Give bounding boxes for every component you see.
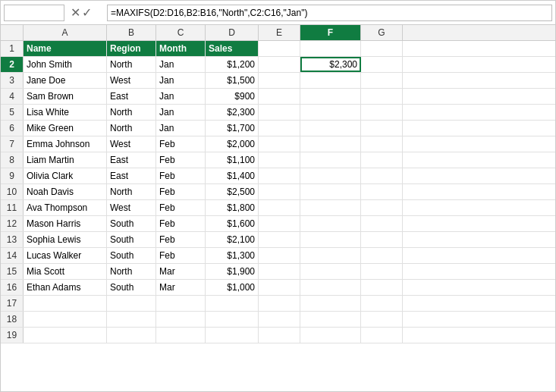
cell-d6[interactable]: $1,700 <box>206 121 259 136</box>
cell-b5[interactable]: North <box>107 105 156 120</box>
cell-b2[interactable]: North <box>107 57 156 72</box>
cell-f15[interactable] <box>300 264 361 279</box>
cell-f16[interactable] <box>300 280 361 295</box>
cell-g12[interactable] <box>361 216 403 231</box>
cell-d10[interactable]: $2,500 <box>206 184 259 199</box>
cell-e6[interactable] <box>259 121 300 136</box>
cell-f4[interactable] <box>300 89 361 104</box>
cell-a19[interactable] <box>24 328 107 343</box>
cell-a12[interactable]: Mason Harris <box>24 216 107 231</box>
cell-g15[interactable] <box>361 264 403 279</box>
cell-f2[interactable]: $2,300 <box>300 57 361 72</box>
cell-f14[interactable] <box>300 248 361 263</box>
cell-c10[interactable]: Feb <box>156 184 206 199</box>
cell-c7[interactable]: Feb <box>156 136 206 152</box>
cell-d18[interactable] <box>206 312 259 327</box>
cell-b18[interactable] <box>107 312 156 327</box>
cell-e19[interactable] <box>259 328 300 343</box>
cell-g10[interactable] <box>361 184 403 199</box>
cell-d8[interactable]: $1,100 <box>206 152 259 168</box>
cell-b6[interactable]: North <box>107 121 156 136</box>
cell-e13[interactable] <box>259 232 300 247</box>
cell-b11[interactable]: West <box>107 200 156 215</box>
cell-d4[interactable]: $900 <box>206 89 259 104</box>
cell-g14[interactable] <box>361 248 403 263</box>
cell-a5[interactable]: Lisa White <box>24 105 107 120</box>
cell-b7[interactable]: West <box>107 136 156 152</box>
col-header-d[interactable]: D <box>206 25 259 40</box>
cell-e4[interactable] <box>259 89 300 104</box>
cell-e8[interactable] <box>259 152 300 168</box>
cell-a2[interactable]: John Smith <box>24 57 107 72</box>
cell-g7[interactable] <box>361 136 403 152</box>
cell-g17[interactable] <box>361 296 403 311</box>
cell-b10[interactable]: North <box>107 184 156 199</box>
cell-c8[interactable]: Feb <box>156 152 206 168</box>
cell-a15[interactable]: Mia Scott <box>24 264 107 279</box>
cell-d9[interactable]: $1,400 <box>206 168 259 183</box>
cell-b12[interactable]: South <box>107 216 156 231</box>
cell-f6[interactable] <box>300 121 361 136</box>
cell-c5[interactable]: Jan <box>156 105 206 120</box>
cell-e3[interactable] <box>259 73 300 88</box>
cell-c2[interactable]: Jan <box>156 57 206 72</box>
cell-d7[interactable]: $2,000 <box>206 136 259 152</box>
cell-a6[interactable]: Mike Green <box>24 121 107 136</box>
cell-c14[interactable]: Feb <box>156 248 206 263</box>
cell-d13[interactable]: $2,100 <box>206 232 259 247</box>
cell-g8[interactable] <box>361 152 403 168</box>
cell-g2[interactable] <box>361 57 403 72</box>
cell-d14[interactable]: $1,300 <box>206 248 259 263</box>
col-header-a[interactable]: A <box>24 25 107 40</box>
cell-a17[interactable] <box>24 296 107 311</box>
cell-b13[interactable]: South <box>107 232 156 247</box>
cell-a10[interactable]: Noah Davis <box>24 184 107 199</box>
cell-g6[interactable] <box>361 121 403 136</box>
cell-c1[interactable]: Month <box>156 41 206 56</box>
cell-f5[interactable] <box>300 105 361 120</box>
col-header-e[interactable]: E <box>259 25 300 40</box>
cell-a4[interactable]: Sam Brown <box>24 89 107 104</box>
cell-g18[interactable] <box>361 312 403 327</box>
cell-b15[interactable]: North <box>107 264 156 279</box>
cell-d15[interactable]: $1,900 <box>206 264 259 279</box>
cell-d17[interactable] <box>206 296 259 311</box>
cell-a9[interactable]: Olivia Clark <box>24 168 107 183</box>
cell-d11[interactable]: $1,800 <box>206 200 259 215</box>
cell-e15[interactable] <box>259 264 300 279</box>
cell-d19[interactable] <box>206 328 259 343</box>
cell-d16[interactable]: $1,000 <box>206 280 259 295</box>
cell-e14[interactable] <box>259 248 300 263</box>
cell-g11[interactable] <box>361 200 403 215</box>
cell-e10[interactable] <box>259 184 300 199</box>
cell-a7[interactable]: Emma Johnson <box>24 136 107 152</box>
cell-e17[interactable] <box>259 296 300 311</box>
col-header-b[interactable]: B <box>107 25 156 40</box>
confirm-icon[interactable]: ✓ <box>82 5 92 20</box>
cell-c17[interactable] <box>156 296 206 311</box>
cell-d3[interactable]: $1,500 <box>206 73 259 88</box>
cell-f10[interactable] <box>300 184 361 199</box>
cell-f11[interactable] <box>300 200 361 215</box>
cell-a1[interactable]: Name <box>24 41 107 56</box>
cell-a16[interactable]: Ethan Adams <box>24 280 107 295</box>
cell-f19[interactable] <box>300 328 361 343</box>
cell-g1[interactable] <box>361 41 403 56</box>
cell-e5[interactable] <box>259 105 300 120</box>
cell-g13[interactable] <box>361 232 403 247</box>
cell-g4[interactable] <box>361 89 403 104</box>
cell-a18[interactable] <box>24 312 107 327</box>
cell-c3[interactable]: Jan <box>156 73 206 88</box>
cell-c13[interactable]: Feb <box>156 232 206 247</box>
cell-e7[interactable] <box>259 136 300 152</box>
cell-c19[interactable] <box>156 328 206 343</box>
cell-a14[interactable]: Lucas Walker <box>24 248 107 263</box>
cell-e18[interactable] <box>259 312 300 327</box>
cell-f18[interactable] <box>300 312 361 327</box>
cell-a11[interactable]: Ava Thompson <box>24 200 107 215</box>
cell-e12[interactable] <box>259 216 300 231</box>
cell-f1[interactable] <box>300 41 361 56</box>
cell-g19[interactable] <box>361 328 403 343</box>
cell-f3[interactable] <box>300 73 361 88</box>
cell-b4[interactable]: East <box>107 89 156 104</box>
